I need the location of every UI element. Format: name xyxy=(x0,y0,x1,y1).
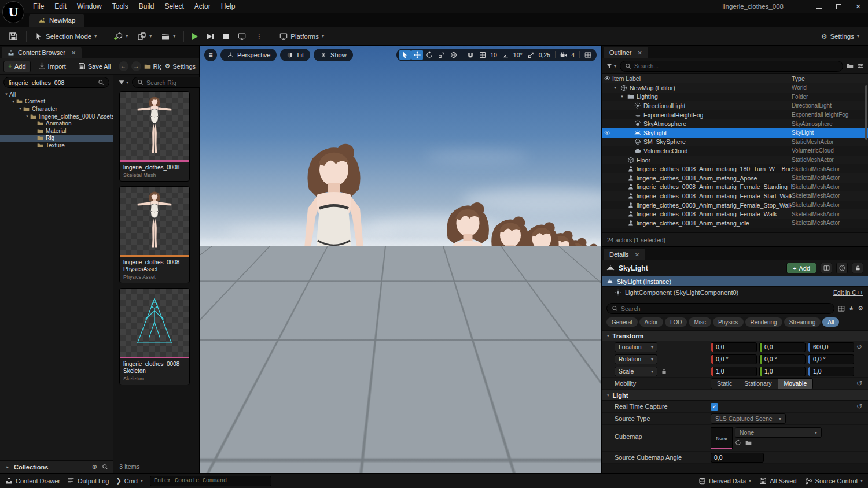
details-tab-general[interactable]: General xyxy=(606,317,638,327)
character-figure[interactable] xyxy=(414,200,522,431)
tab-outliner[interactable]: Outliner ✕ xyxy=(604,47,648,58)
back-button[interactable]: ← xyxy=(119,61,128,71)
display-options-icon[interactable] xyxy=(838,305,845,312)
outliner-row-volumetriccloud[interactable]: VolumetricCloudVolumetricCloud xyxy=(602,146,868,156)
outliner-row-lighting[interactable]: ▾LightingFolder xyxy=(602,93,868,102)
rotation-y-field[interactable]: 0,0 ° xyxy=(759,354,806,364)
collections-bar[interactable]: ▸ Collections ⊕ xyxy=(0,460,113,473)
play-options-kebab-button[interactable]: ⋮ xyxy=(251,29,267,43)
filter-button[interactable]: ▾ xyxy=(118,79,128,86)
content-drawer-button[interactable]: Content Drawer xyxy=(5,477,60,485)
outliner-row-lingerie-clothes-0008-anim-metarig-female-standing-po[interactable]: lingerie_clothes_0008_Anim_metarig_Femal… xyxy=(602,183,868,192)
outliner-row-exponentialheightfog[interactable]: ExponentialHeightFogExponentialHeightFog xyxy=(602,110,868,120)
camera-speed-button[interactable] xyxy=(558,50,569,60)
import-button[interactable]: Import xyxy=(34,61,71,72)
move-tool-button[interactable] xyxy=(411,50,423,60)
outliner-settings-icon[interactable] xyxy=(857,62,864,69)
camera-speed-value[interactable]: 4 xyxy=(570,51,577,58)
close-button[interactable]: ✕ xyxy=(848,0,868,13)
close-icon[interactable]: ✕ xyxy=(635,252,639,258)
main-character-figure[interactable] xyxy=(276,143,392,432)
reset-to-default-icon[interactable]: ↺ xyxy=(854,379,865,387)
outliner-filter-button[interactable]: ▾ xyxy=(606,62,616,69)
menu-window[interactable]: Window xyxy=(72,0,107,13)
outliner-row-floor[interactable]: FloorStaticMeshActor xyxy=(602,156,868,165)
path-search-field[interactable] xyxy=(3,77,109,88)
scrollbar-thumb[interactable] xyxy=(865,85,867,140)
maximize-viewport-button[interactable] xyxy=(582,50,594,60)
location-y-field[interactable]: 0,0 xyxy=(759,342,806,352)
grid-snap-value[interactable]: 10 xyxy=(489,51,499,58)
column-type[interactable]: Type xyxy=(792,75,868,82)
rotation-dropdown[interactable]: Rotation▾ xyxy=(615,354,657,364)
scale-snap-button[interactable] xyxy=(525,50,537,60)
scale-x-field[interactable]: 1,0 xyxy=(711,367,757,376)
location-z-field[interactable]: 600,0 xyxy=(808,342,854,352)
outliner-search-input[interactable] xyxy=(634,62,838,69)
all-saved-button[interactable]: All Saved xyxy=(759,477,796,485)
section-light[interactable]: ▾ Light xyxy=(602,390,868,401)
outliner-row-lingerie-clothes-0008-anim-metarig-apose[interactable]: lingerie_clothes_0008_Anim_metarig_Apose… xyxy=(602,173,868,183)
details-settings-gear-icon[interactable]: ⚙ xyxy=(858,305,863,312)
scale-z-field[interactable]: 1,0 xyxy=(808,367,854,376)
close-icon[interactable]: ✕ xyxy=(71,50,76,56)
details-tab-lod[interactable]: LOD xyxy=(665,317,687,327)
component-row-lightcomponent[interactable]: LightComponent (SkyLightComponent0) Edit… xyxy=(602,287,868,298)
lock-button[interactable] xyxy=(852,263,863,273)
new-folder-icon[interactable] xyxy=(847,62,854,69)
details-tab-rendering[interactable]: Rendering xyxy=(745,317,782,327)
menu-actor[interactable]: Actor xyxy=(189,0,216,13)
tab-newmap[interactable]: NewMap xyxy=(29,14,84,27)
tab-content-browser[interactable]: Content Browser ✕ xyxy=(2,47,82,58)
details-tab-misc[interactable]: Misc xyxy=(689,317,711,327)
source-cubemap-angle-field[interactable]: 0,0 xyxy=(711,453,764,463)
frame-skip-button[interactable] xyxy=(203,29,218,43)
outliner-row-lingerie-clothes-0008-anim-metarig-180-turn-w-briefca[interactable]: lingerie_clothes_0008_Anim_metarig_180_T… xyxy=(602,164,868,173)
visibility-eye-icon[interactable] xyxy=(602,130,612,136)
outliner-search-field[interactable] xyxy=(620,61,843,72)
path-search-input[interactable] xyxy=(9,79,95,86)
tree-item-content[interactable]: ▾Content xyxy=(0,98,113,106)
console-command-input[interactable] xyxy=(150,476,271,486)
location-x-field[interactable]: 0,0 xyxy=(711,342,757,352)
source-control-button[interactable]: Source Control ▾ xyxy=(805,477,863,485)
details-search-input[interactable] xyxy=(621,305,829,312)
menu-build[interactable]: Build xyxy=(134,0,160,13)
location-dropdown[interactable]: Location▾ xyxy=(615,342,657,352)
tree-item-material[interactable]: Material xyxy=(0,127,113,135)
menu-tools[interactable]: Tools xyxy=(107,0,134,13)
menu-help[interactable]: Help xyxy=(216,0,241,13)
output-log-button[interactable]: Output Log xyxy=(67,477,109,485)
property-matrix-button[interactable] xyxy=(821,263,832,273)
outliner-row-lingerie-clothes-0008-anim-metarig-female-start-walkin[interactable]: lingerie_clothes_0008_Anim_metarig_Femal… xyxy=(602,191,868,201)
content-browser-settings-button[interactable]: ⚙ Settings xyxy=(164,62,196,70)
viewport-lit-dropdown[interactable]: Lit xyxy=(280,49,310,61)
viewport-show-dropdown[interactable]: Show xyxy=(314,49,353,61)
viewport-perspective-dropdown[interactable]: Perspective xyxy=(220,49,277,61)
outliner-row-skyatmosphere[interactable]: SkyAtmosphereSkyAtmosphere xyxy=(602,119,868,128)
details-tab-all[interactable]: All xyxy=(822,317,839,327)
details-search-field[interactable] xyxy=(606,303,834,314)
unreal-logo[interactable]: U xyxy=(2,1,24,23)
scale-tool-button[interactable] xyxy=(436,50,447,60)
add-collection-icon[interactable]: ⊕ xyxy=(92,463,97,471)
rotation-z-field[interactable]: 0,0 ° xyxy=(808,354,854,364)
play-button[interactable] xyxy=(188,29,202,43)
details-tab-physics[interactable]: Physics xyxy=(713,317,743,327)
cinematics-button[interactable]: ▾ xyxy=(157,29,179,43)
source-type-dropdown[interactable]: SLS Captured Scene▾ xyxy=(711,413,786,424)
viewport-options-button[interactable]: ≡ xyxy=(204,49,217,61)
save-button[interactable] xyxy=(5,29,22,43)
add-button[interactable]: +Add xyxy=(3,61,31,72)
rotation-x-field[interactable]: 0,0 ° xyxy=(711,354,757,364)
section-transform[interactable]: ▾ Transform xyxy=(602,330,868,341)
viewport[interactable]: ≡ Perspective Lit Show xyxy=(200,46,601,473)
outliner-row-lingerie-clothes-0008-anim-metarig-female-walk[interactable]: lingerie_clothes_0008_Anim_metarig_Femal… xyxy=(602,209,868,219)
cubemap-dropdown[interactable]: None▾ xyxy=(735,427,822,438)
outliner-row-lingerie-clothes-0008-anim-metarig-female-stop-walking[interactable]: lingerie_clothes_0008_Anim_metarig_Femal… xyxy=(602,201,868,210)
scale-y-field[interactable]: 1,0 xyxy=(759,367,806,376)
tab-details[interactable]: Details ✕ xyxy=(604,249,645,260)
asset-tile-skeletal-mesh[interactable]: lingerie_clothes_0008 Skeletal Mesh xyxy=(119,91,190,182)
save-all-button[interactable]: Save All xyxy=(73,61,116,72)
search-icon[interactable] xyxy=(102,464,108,470)
